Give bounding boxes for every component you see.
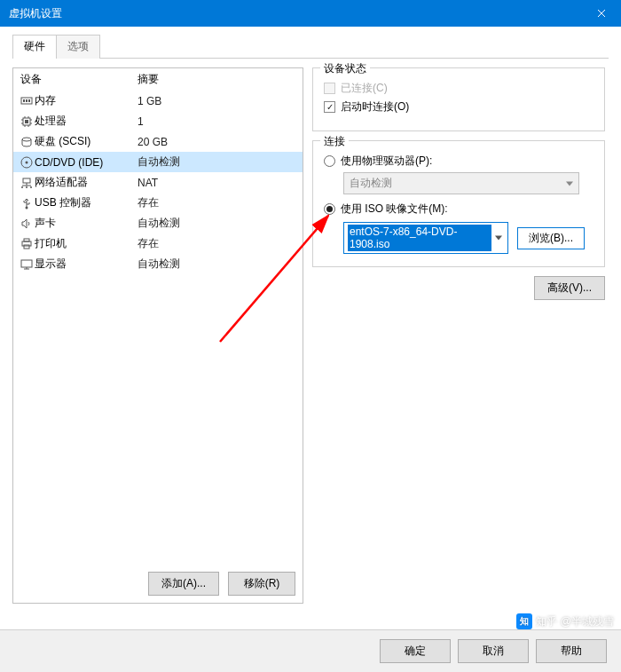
device-row[interactable]: 处理器1 <box>13 111 303 131</box>
watermark-brand: 知乎 <box>536 614 557 629</box>
iso-radio-row[interactable]: 使用 ISO 映像文件(M): <box>324 202 593 217</box>
help-button[interactable]: 帮助 <box>536 639 607 663</box>
tab-bar: 硬件 选项 <box>12 34 609 59</box>
svg-rect-28 <box>21 260 32 267</box>
browse-button[interactable]: 浏览(B)... <box>517 227 585 249</box>
tab-hardware[interactable]: 硬件 <box>12 35 57 59</box>
network-icon <box>19 178 35 188</box>
window-title: 虚拟机设置 <box>9 6 62 21</box>
dialog-footer: 确定 取消 帮助 <box>0 629 621 672</box>
connected-label: 已连接(C) <box>341 81 388 96</box>
physical-drive-combo: 自动检测 <box>343 172 579 194</box>
connect-at-power-row[interactable]: 启动时连接(O) <box>324 99 593 115</box>
svg-point-20 <box>21 186 23 188</box>
physical-drive-label: 使用物理驱动器(P): <box>341 154 432 169</box>
device-list-header: 设备 摘要 <box>13 68 303 91</box>
device-row[interactable]: CD/DVD (IDE)自动检测 <box>13 152 303 172</box>
sound-icon <box>19 218 35 229</box>
connect-at-power-label: 启动时连接(O) <box>341 99 409 115</box>
device-list: 设备 摘要 内存1 GB处理器1硬盘 (SCSI)20 GBCD/DVD (ID… <box>12 67 303 604</box>
iso-label: 使用 ISO 映像文件(M): <box>341 202 448 217</box>
device-label: 网络适配器 <box>35 175 138 190</box>
printer-icon <box>19 238 35 250</box>
usb-icon <box>19 197 35 210</box>
device-summary: 自动检测 <box>138 257 297 272</box>
titlebar: 虚拟机设置 <box>0 0 621 27</box>
close-button[interactable] <box>581 0 621 27</box>
device-label: 处理器 <box>35 114 138 129</box>
device-summary: 20 GB <box>138 136 297 148</box>
advanced-button[interactable]: 高级(V)... <box>534 276 605 300</box>
device-row[interactable]: 硬盘 (SCSI)20 GB <box>13 131 303 152</box>
group-title-status: 设备状态 <box>320 61 370 76</box>
cancel-button[interactable]: 取消 <box>458 639 529 663</box>
device-row[interactable]: 显示器自动检测 <box>13 254 303 274</box>
svg-rect-5 <box>25 120 28 123</box>
iso-file-value: entOS-7-x86_64-DVD-1908.iso <box>348 225 491 251</box>
device-label: 打印机 <box>35 236 138 251</box>
svg-point-14 <box>22 138 31 141</box>
device-label: 硬盘 (SCSI) <box>35 134 138 149</box>
remove-button[interactable]: 移除(R) <box>228 572 295 596</box>
memory-icon <box>19 96 35 107</box>
zhihu-icon: 知 <box>516 613 532 629</box>
device-label: 声卡 <box>35 216 138 231</box>
device-summary: 存在 <box>138 236 297 251</box>
group-title-connection: 连接 <box>320 134 349 149</box>
svg-point-21 <box>26 186 28 188</box>
device-summary: 自动检测 <box>138 216 297 231</box>
device-summary: NAT <box>138 177 297 189</box>
svg-point-22 <box>30 186 32 188</box>
device-summary: 1 GB <box>138 95 297 107</box>
device-row[interactable]: 网络适配器NAT <box>13 172 303 193</box>
close-icon <box>597 9 606 18</box>
device-summary: 存在 <box>138 195 297 210</box>
device-label: USB 控制器 <box>35 195 138 210</box>
watermark: 知 知乎 @半城残雪 <box>516 613 614 629</box>
device-summary: 1 <box>138 115 297 128</box>
device-row[interactable]: 内存1 GB <box>13 91 303 111</box>
col-summary: 摘要 <box>138 72 159 87</box>
add-button[interactable]: 添加(A)... <box>148 572 219 596</box>
connected-checkbox-row: 已连接(C) <box>324 81 593 96</box>
device-row[interactable]: 声卡自动检测 <box>13 213 303 233</box>
connect-at-power-checkbox[interactable] <box>324 101 335 113</box>
svg-rect-2 <box>26 99 28 102</box>
physical-drive-radio-row[interactable]: 使用物理驱动器(P): <box>324 154 593 169</box>
device-status-group: 设备状态 已连接(C) 启动时连接(O) <box>312 67 605 131</box>
col-device: 设备 <box>20 72 138 87</box>
display-icon <box>19 259 35 270</box>
cd-icon <box>19 156 35 169</box>
tab-options[interactable]: 选项 <box>56 35 100 59</box>
watermark-author: @半城残雪 <box>561 614 614 629</box>
device-label: CD/DVD (IDE) <box>35 156 138 169</box>
disk-icon <box>19 136 35 148</box>
svg-rect-17 <box>23 178 30 183</box>
device-label: 内存 <box>35 93 138 108</box>
connection-group: 连接 使用物理驱动器(P): 自动检测 使用 ISO 映像文件(M): entO… <box>312 140 605 267</box>
physical-drive-radio[interactable] <box>324 155 335 167</box>
device-row[interactable]: 打印机存在 <box>13 233 303 254</box>
ok-button[interactable]: 确定 <box>380 639 451 663</box>
connected-checkbox <box>324 83 335 94</box>
iso-file-combo[interactable]: entOS-7-x86_64-DVD-1908.iso <box>343 222 508 254</box>
device-label: 显示器 <box>35 257 138 272</box>
cpu-icon <box>19 115 35 128</box>
svg-rect-3 <box>28 99 30 102</box>
device-row[interactable]: USB 控制器存在 <box>13 193 303 213</box>
svg-rect-1 <box>23 99 25 102</box>
svg-point-16 <box>26 161 28 163</box>
iso-radio[interactable] <box>324 203 335 215</box>
device-summary: 自动检测 <box>138 154 297 170</box>
